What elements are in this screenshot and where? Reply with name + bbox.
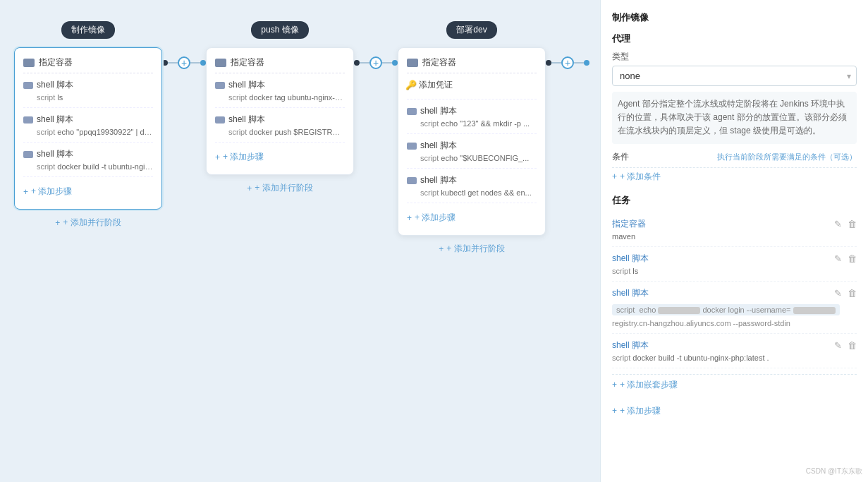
task-actions-1: ✎ 🗑 — [834, 219, 857, 229]
task-item-2[interactable]: shell 脚本 ✎ 🗑 script ls — [612, 247, 857, 282]
connector-line-2-3: + — [354, 56, 398, 69]
task-item-4[interactable]: shell 脚本 ✎ 🗑 script docker build -t ubun… — [612, 334, 857, 368]
add-step-btn-2[interactable]: + + 添加步骤 — [215, 148, 345, 166]
dot-dark-1 — [162, 60, 168, 66]
stage-card-3[interactable]: 指定容器 🔑 添加凭证 shell 脚本 script echo "123" — [398, 47, 546, 236]
plus-icon-nested: + — [612, 380, 617, 390]
plus-icon-add-stage-2: + — [247, 183, 252, 193]
task-script-3: script echo docker login --username= — [612, 304, 840, 315]
task-edit-icon-2[interactable]: ✎ — [834, 253, 842, 264]
shell-icon-1-3 — [23, 151, 33, 158]
task-script-4: script docker build -t ubuntu-nginx-php:… — [612, 354, 857, 362]
step-block-1-3[interactable]: shell 脚本 script docker build -t ubuntu-n… — [23, 148, 153, 177]
container-icon-3 — [407, 59, 418, 67]
task-header-4: shell 脚本 ✎ 🗑 — [612, 339, 857, 351]
task-edit-icon-1[interactable]: ✎ — [834, 219, 842, 229]
section-header-container-3: 指定容器 — [407, 56, 537, 73]
step-block-1-2[interactable]: shell 脚本 script echo "ppqq19930922" | do… — [23, 114, 153, 143]
step-block-3-1[interactable]: shell 脚本 script echo "123" && mkdir -p .… — [407, 105, 537, 134]
task-name-2: shell 脚本 — [612, 253, 649, 265]
task-edit-icon-3[interactable]: ✎ — [834, 288, 842, 299]
step-script-3-2: script echo "$KUBECONFIG_... — [407, 154, 537, 162]
task-edit-icon-4[interactable]: ✎ — [834, 340, 842, 351]
stage-column-2: push 镜像 指定容器 shell 脚本 script docker tag … — [206, 21, 354, 194]
stage-wrapper-3: 部署dev 指定容器 🔑 添加凭证 shell 脚本 — [398, 21, 589, 255]
step-script-1-2: script echo "ppqq19930922" | doc... — [23, 128, 153, 136]
tasks-title: 任务 — [612, 194, 857, 207]
panel-agent-desc: Agent 部分指定整个流水线或特定阶段将在 Jenkins 环境中执行的位置，… — [612, 92, 857, 144]
task-script-2: script ls — [612, 267, 857, 275]
plus-icon-add-step-3: + — [407, 213, 412, 223]
connector-1-2: + — [162, 21, 206, 69]
task-delete-icon-1[interactable]: 🗑 — [848, 219, 857, 229]
step-title-1-3: shell 脚本 — [23, 148, 153, 160]
add-stage-btn-3[interactable]: + + 添加并行阶段 — [439, 243, 504, 255]
plus-icon-add-stage-3: + — [439, 244, 444, 254]
line-3b — [574, 62, 584, 64]
panel-select-wrapper[interactable]: none any label ▾ — [612, 66, 857, 86]
step-title-3-1: shell 脚本 — [407, 105, 537, 117]
step-block-2-1[interactable]: shell 脚本 script docker tag ubuntu-nginx-… — [215, 79, 345, 108]
step-title-3-3: shell 脚本 — [407, 174, 537, 186]
stage-card-2[interactable]: 指定容器 shell 脚本 script docker tag ubuntu-n… — [206, 47, 354, 175]
panel-title-top: 制作镜像 — [612, 11, 857, 24]
stage-label-1: 制作镜像 — [61, 21, 115, 39]
line-2 — [360, 62, 369, 64]
line-2b — [382, 62, 392, 64]
stage-card-1[interactable]: 指定容器 shell 脚本 script ls shell — [14, 47, 162, 210]
stage-wrapper-2: push 镜像 指定容器 shell 脚本 script docker tag … — [206, 21, 398, 194]
panel-proxy-title: 代理 — [612, 32, 857, 45]
shell-icon-1-1 — [23, 82, 33, 89]
line-1b — [190, 62, 200, 64]
task-delete-icon-3[interactable]: 🗑 — [848, 288, 857, 299]
add-condition-btn[interactable]: + + 添加条件 — [612, 167, 857, 186]
step-title-2-2: shell 脚本 — [215, 114, 345, 126]
task-value-1: maven — [612, 232, 857, 241]
task-script-3-tail: registry.cn-hangzhou.aliyuncs.com --pass… — [612, 318, 857, 327]
step-block-3-3[interactable]: shell 脚本 script kubectl get nodes && en.… — [407, 174, 537, 203]
add-step-btn-3[interactable]: + + 添加步骤 — [407, 209, 537, 227]
step-script-3-3: script kubectl get nodes && en... — [407, 188, 537, 197]
line-3 — [551, 62, 561, 64]
connector-line-3-end: + — [546, 56, 589, 69]
step-title-1-1: shell 脚本 — [23, 79, 153, 91]
task-name-1: 指定容器 — [612, 218, 646, 230]
task-header-3: shell 脚本 ✎ 🗑 — [612, 287, 857, 299]
task-item-3[interactable]: shell 脚本 ✎ 🗑 script echo docker login --… — [612, 282, 857, 334]
plus-icon-add-stage-1: + — [55, 218, 60, 228]
step-script-1-1: script ls — [23, 93, 153, 102]
task-header-2: shell 脚本 ✎ 🗑 — [612, 253, 857, 265]
add-nested-step-btn[interactable]: + + 添加嵌套步骤 — [612, 374, 857, 395]
plus-icon-condition: + — [612, 171, 617, 181]
connector-3-end: + — [546, 21, 589, 69]
watermark: CSDN @IT东东歌 — [806, 466, 862, 476]
add-main-step-btn[interactable]: + + 添加步骤 — [612, 401, 857, 421]
task-item-1[interactable]: 指定容器 ✎ 🗑 maven — [612, 212, 857, 247]
dot-dark-2 — [354, 60, 360, 66]
dot-dark-3 — [546, 60, 551, 66]
add-stage-btn-1[interactable]: + + 添加并行阶段 — [55, 217, 121, 229]
step-title-3-cred: 🔑 添加凭证 — [407, 79, 537, 91]
connector-plus-2[interactable]: + — [369, 56, 382, 69]
step-title-3-2: shell 脚本 — [407, 140, 537, 152]
panel-type-select[interactable]: none any label — [612, 66, 857, 86]
step-block-3-2[interactable]: shell 脚本 script echo "$KUBECONFIG_... — [407, 140, 537, 169]
dot-blue-3 — [584, 60, 589, 66]
task-delete-icon-4[interactable]: 🗑 — [848, 340, 857, 351]
connector-plus-1[interactable]: + — [178, 56, 190, 69]
masked-value-2 — [793, 307, 836, 314]
shell-icon-2-1 — [215, 82, 225, 89]
step-script-2-1: script docker tag ubuntu-nginx-ph... — [215, 93, 345, 102]
connector-plus-3[interactable]: + — [561, 56, 574, 69]
conditions-hint: 执行当前阶段所需要满足的条件（可选） — [717, 152, 857, 162]
step-block-2-2[interactable]: shell 脚本 script docker push $REGISTRY/$.… — [215, 114, 345, 143]
add-stage-btn-2[interactable]: + + 添加并行阶段 — [247, 182, 312, 194]
step-block-3-credential[interactable]: 🔑 添加凭证 — [407, 79, 537, 100]
task-delete-icon-2[interactable]: 🗑 — [848, 253, 857, 264]
task-actions-4: ✎ 🗑 — [834, 340, 857, 351]
masked-value-1 — [658, 307, 700, 314]
step-script-3-1: script echo "123" && mkdir -p ... — [407, 119, 537, 128]
section-header-container-2: 指定容器 — [215, 56, 345, 73]
add-step-btn-1[interactable]: + + 添加步骤 — [23, 183, 153, 200]
step-block-1-1[interactable]: shell 脚本 script ls — [23, 79, 153, 108]
